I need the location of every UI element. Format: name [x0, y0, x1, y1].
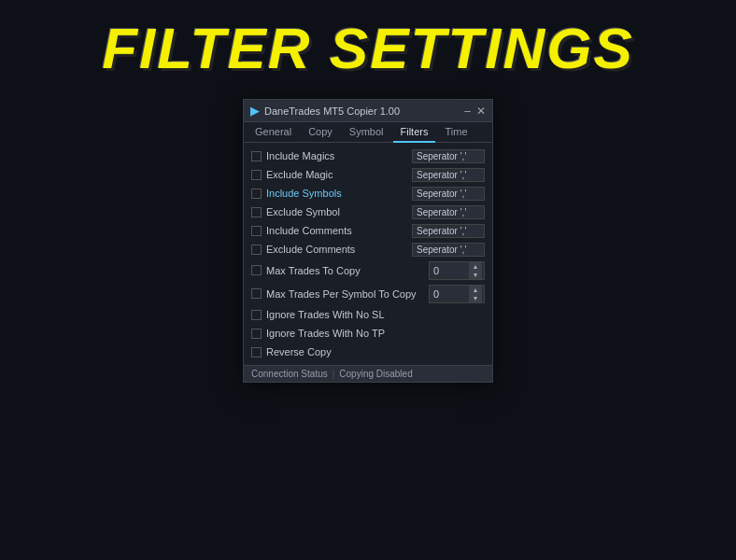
row-ignore-no-tp: Ignore Trades With No TP	[251, 324, 485, 343]
include-symbols-label: Include Symbols	[266, 188, 412, 199]
max-trades-symbol-checkbox[interactable]	[251, 288, 262, 299]
max-trades-input[interactable]	[430, 264, 469, 277]
include-comments-label: Include Comments	[266, 225, 412, 236]
include-magics-separator[interactable]	[412, 149, 485, 163]
max-trades-up[interactable]: ▲	[469, 262, 482, 271]
row-include-magics: Include Magics	[251, 147, 485, 165]
include-comments-checkbox-wrap: Include Comments	[251, 225, 412, 236]
max-trades-spinners: ▲ ▼	[469, 262, 482, 279]
tab-copy[interactable]: Copy	[301, 122, 340, 143]
exclude-comments-checkbox-wrap: Exclude Comments	[251, 244, 412, 255]
row-max-trades: Max Trades To Copy ▲ ▼	[251, 259, 485, 282]
app-window: ▶ DaneTrades MT5 Copier 1.00 – ✕ General…	[243, 99, 493, 383]
max-trades-spinner: ▲ ▼	[429, 261, 485, 280]
tab-general[interactable]: General	[248, 122, 299, 143]
max-trades-symbol-label: Max Trades Per Symbol To Copy	[266, 288, 429, 300]
ignore-no-tp-checkbox-wrap: Ignore Trades With No TP	[251, 328, 485, 339]
max-trades-symbol-spinners: ▲ ▼	[469, 286, 482, 302]
title-area: FILTER SETTINGS	[0, 0, 736, 90]
exclude-magic-separator[interactable]	[412, 168, 485, 182]
titlebar-controls: – ✕	[464, 105, 486, 117]
include-magics-checkbox-wrap: Include Magics	[251, 150, 412, 161]
max-trades-symbol-spinner: ▲ ▼	[429, 285, 485, 303]
include-symbols-separator[interactable]	[412, 187, 485, 201]
ignore-no-tp-checkbox[interactable]	[251, 329, 262, 339]
tab-time[interactable]: Time	[437, 122, 474, 143]
exclude-symbol-checkbox[interactable]	[251, 207, 262, 217]
exclude-magic-label: Exclude Magic	[266, 169, 412, 180]
exclude-symbol-checkbox-wrap: Exclude Symbol	[251, 206, 412, 217]
include-magics-label: Include Magics	[266, 150, 412, 161]
statusbar-copying: Copying Disabled	[339, 369, 412, 379]
row-ignore-no-sl: Ignore Trades With No SL	[251, 305, 485, 324]
row-max-trades-symbol: Max Trades Per Symbol To Copy ▲ ▼	[251, 282, 485, 305]
ignore-no-sl-label: Ignore Trades With No SL	[266, 309, 485, 320]
max-trades-symbol-down[interactable]: ▼	[469, 294, 482, 302]
max-trades-down[interactable]: ▼	[469, 271, 482, 279]
app-title: DaneTrades MT5 Copier 1.00	[264, 105, 400, 117]
ignore-no-sl-checkbox[interactable]	[251, 310, 262, 320]
max-trades-symbol-checkbox-wrap: Max Trades Per Symbol To Copy	[251, 288, 429, 300]
ignore-no-tp-label: Ignore Trades With No TP	[266, 328, 485, 339]
filter-content: Include Magics Exclude Magic	[244, 143, 492, 365]
row-exclude-magic: Exclude Magic	[251, 165, 485, 184]
row-include-symbols: Include Symbols	[251, 184, 485, 203]
statusbar-connection: Connection Status	[251, 369, 328, 379]
statusbar: Connection Status | Copying Disabled	[244, 365, 492, 382]
app-icon: ▶	[250, 104, 260, 118]
nav-tabs: General Copy Symbol Filters Time	[244, 122, 492, 143]
tab-symbol[interactable]: Symbol	[342, 122, 391, 143]
exclude-magic-checkbox-wrap: Exclude Magic	[251, 169, 412, 180]
titlebar-left: ▶ DaneTrades MT5 Copier 1.00	[250, 104, 400, 118]
titlebar: ▶ DaneTrades MT5 Copier 1.00 – ✕	[244, 100, 492, 122]
row-include-comments: Include Comments	[251, 221, 485, 240]
include-magics-checkbox[interactable]	[251, 151, 262, 161]
page-title: FILTER SETTINGS	[0, 17, 736, 80]
statusbar-separator: |	[333, 369, 335, 379]
include-symbols-checkbox[interactable]	[251, 189, 262, 199]
max-trades-checkbox[interactable]	[251, 265, 262, 275]
tab-filters[interactable]: Filters	[393, 122, 436, 143]
max-trades-symbol-up[interactable]: ▲	[469, 286, 482, 294]
include-symbols-checkbox-wrap: Include Symbols	[251, 188, 412, 199]
exclude-comments-checkbox[interactable]	[251, 245, 262, 255]
row-exclude-comments: Exclude Comments	[251, 240, 485, 259]
minimize-button[interactable]: –	[464, 105, 471, 117]
max-trades-checkbox-wrap: Max Trades To Copy	[251, 265, 429, 276]
reverse-copy-label: Reverse Copy	[266, 346, 485, 357]
exclude-symbol-label: Exclude Symbol	[266, 206, 412, 217]
exclude-magic-checkbox[interactable]	[251, 170, 262, 180]
row-exclude-symbol: Exclude Symbol	[251, 203, 485, 221]
close-button[interactable]: ✕	[476, 105, 486, 117]
ignore-no-sl-checkbox-wrap: Ignore Trades With No SL	[251, 309, 485, 320]
page-background: FILTER SETTINGS ▶ DaneTrades MT5 Copier …	[0, 0, 736, 560]
include-comments-separator[interactable]	[412, 224, 485, 238]
include-comments-checkbox[interactable]	[251, 226, 262, 236]
window-wrapper: ▶ DaneTrades MT5 Copier 1.00 – ✕ General…	[243, 99, 493, 383]
exclude-comments-separator[interactable]	[412, 243, 485, 257]
row-reverse-copy: Reverse Copy	[251, 343, 485, 361]
exclude-comments-label: Exclude Comments	[266, 244, 412, 255]
reverse-copy-checkbox-wrap: Reverse Copy	[251, 346, 485, 357]
max-trades-label: Max Trades To Copy	[266, 265, 429, 276]
max-trades-symbol-input[interactable]	[430, 287, 469, 301]
exclude-symbol-separator[interactable]	[412, 205, 485, 219]
reverse-copy-checkbox[interactable]	[251, 347, 262, 357]
